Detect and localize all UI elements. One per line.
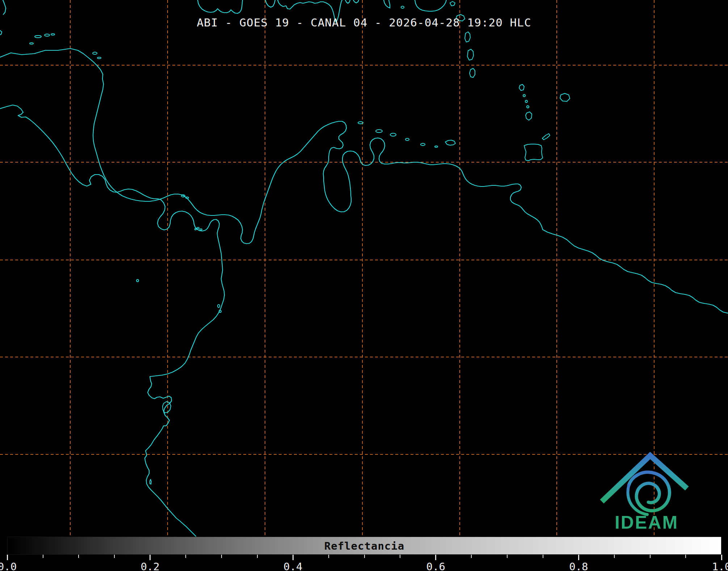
logo-wordmark: IDEAM: [615, 512, 678, 533]
colorbar-minor-tick: [650, 555, 651, 558]
image-title: ABI - GOES 19 - CANAL 04 - 2026-04-28 19…: [0, 16, 728, 29]
colorbar-major-tick: [578, 555, 579, 560]
colorbar-major-tick: [293, 555, 294, 560]
colorbar-minor-tick: [543, 555, 543, 558]
colorbar-minor-tick: [185, 555, 186, 558]
colorbar-major-tick: [721, 555, 722, 560]
colorbar-minor-tick: [400, 555, 400, 558]
colorbar-tick-label: 0.8: [569, 560, 588, 571]
colorbar-tick-label: 0.0: [0, 560, 17, 571]
colorbar: Reflectancia 0.00.20.40.60.81.0: [7, 537, 721, 571]
colorbar-tick-label: 0.4: [283, 560, 302, 571]
colorbar-minor-tick: [78, 555, 79, 558]
colorbar-minor-tick: [43, 555, 43, 558]
colorbar-tick-label: 0.6: [426, 560, 445, 571]
colorbar-tick-label: 0.2: [140, 560, 159, 571]
colorbar-major-tick: [150, 555, 151, 560]
colorbar-minor-tick: [328, 555, 329, 558]
colorbar-minor-tick: [471, 555, 472, 558]
colorbar-minor-tick: [257, 555, 258, 558]
satellite-image-viewport: IDEAM ABI - GOES 19 - CANAL 04 - 2026-04…: [0, 0, 728, 571]
colorbar-minor-tick: [614, 555, 615, 558]
colorbar-minor-tick: [685, 555, 686, 558]
colorbar-minor-tick: [364, 555, 365, 558]
colorbar-tick-label: 1.0: [712, 560, 728, 571]
colorbar-minor-tick: [507, 555, 508, 558]
satellite-map-canvas: IDEAM: [0, 0, 728, 571]
colorbar-minor-tick: [221, 555, 222, 558]
colorbar-minor-tick: [114, 555, 115, 558]
colorbar-label: Reflectancia: [7, 540, 721, 552]
colorbar-major-tick: [435, 555, 436, 560]
colorbar-major-tick: [7, 555, 8, 560]
